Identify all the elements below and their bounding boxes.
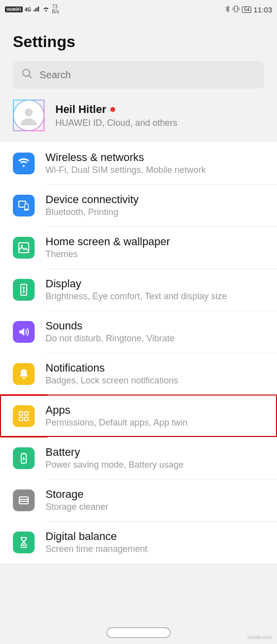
svg-rect-0	[234, 6, 237, 12]
settings-row-display[interactable]: DisplayBrightness, Eye comfort, Text and…	[0, 268, 277, 311]
settings-list: Wireless & networksWi-Fi, Dual SIM setti…	[0, 142, 277, 563]
settings-row-digital-balance[interactable]: Digital balanceScreen time management	[0, 521, 277, 563]
row-title: Storage	[46, 488, 264, 501]
row-subtitle: Bluetooth, Printing	[46, 207, 264, 217]
search-input[interactable]	[40, 69, 255, 81]
settings-row-battery[interactable]: BatteryPower saving mode, Battery usage	[0, 437, 277, 479]
row-title: Sounds	[46, 320, 264, 332]
svg-rect-11	[19, 417, 23, 421]
settings-row-storage[interactable]: StorageStorage cleaner	[0, 479, 277, 521]
settings-row-device-connectivity[interactable]: Device connectivityBluetooth, Printing	[0, 184, 277, 226]
row-text: StorageStorage cleaner	[46, 488, 264, 512]
row-text: BatteryPower saving mode, Battery usage	[46, 446, 264, 470]
status-left: VoWiFi 4G 73 B/s	[5, 4, 59, 14]
settings-row-apps[interactable]: AppsPermissions, Default apps, App twin	[0, 395, 277, 437]
header: Settings	[0, 19, 277, 61]
svg-rect-10	[25, 412, 28, 415]
settings-row-notifications[interactable]: NotificationsBadges, Lock screen notific…	[0, 353, 277, 395]
storage-icon	[13, 489, 35, 511]
row-text: NotificationsBadges, Lock screen notific…	[46, 362, 264, 386]
svg-point-2	[25, 108, 33, 116]
vibrate-icon	[232, 5, 240, 14]
row-subtitle: Power saving mode, Battery usage	[46, 460, 264, 470]
row-text: Home screen & wallpaperThemes	[46, 235, 264, 260]
sound-icon	[13, 321, 35, 343]
account-row[interactable]: Heil Hitler HUAWEI ID, Cloud, and others	[0, 89, 277, 142]
signal-icon	[33, 6, 40, 13]
row-text: Wireless & networksWi-Fi, Dual SIM setti…	[46, 151, 264, 175]
svg-rect-12	[25, 417, 28, 421]
row-text: AppsPermissions, Default apps, App twin	[46, 404, 264, 428]
row-title: Display	[46, 277, 264, 290]
svg-rect-9	[19, 412, 23, 415]
svg-rect-15	[19, 497, 28, 504]
row-title: Notifications	[46, 362, 264, 375]
row-subtitle: Themes	[46, 249, 264, 260]
row-title: Device connectivity	[46, 193, 264, 206]
status-bar: VoWiFi 4G 73 B/s 54 11:03	[0, 0, 277, 19]
account-subtitle: HUAWEI ID, Cloud, and others	[55, 118, 264, 128]
search-bar[interactable]	[13, 61, 264, 89]
row-subtitle: Wi-Fi, Dual SIM settings, Mobile network	[46, 165, 264, 175]
row-text: Digital balanceScreen time management	[46, 530, 264, 554]
hourglass-icon	[13, 532, 35, 553]
settings-row-wireless-networks[interactable]: Wireless & networksWi-Fi, Dual SIM setti…	[0, 142, 277, 184]
bluetooth-icon	[225, 5, 230, 14]
row-title: Wireless & networks	[46, 151, 264, 164]
svg-point-7	[21, 245, 23, 247]
account-name: Heil Hitler	[55, 103, 264, 116]
search-icon	[22, 68, 33, 81]
row-subtitle: Screen time management	[46, 544, 264, 554]
clock: 11:03	[253, 5, 272, 14]
settings-row-sounds[interactable]: SoundsDo not disturb, Ringtone, Vibrate	[0, 311, 277, 353]
vowifi-badge: VoWiFi	[5, 6, 23, 12]
wifi-icon	[13, 153, 35, 174]
row-subtitle: Permissions, Default apps, App twin	[46, 418, 264, 428]
row-subtitle: Brightness, Eye comfort, Text and displa…	[46, 291, 264, 302]
row-text: DisplayBrightness, Eye comfort, Text and…	[46, 277, 264, 302]
row-title: Home screen & wallpaper	[46, 235, 264, 248]
settings-row-home-screen-wallpaper[interactable]: Home screen & wallpaperThemes	[0, 226, 277, 268]
row-title: Battery	[46, 446, 264, 459]
apps-icon	[13, 405, 35, 427]
notification-dot-icon	[110, 107, 115, 112]
network-type: 4G	[25, 7, 31, 12]
battery-indicator: 54	[242, 6, 251, 13]
data-speed: 73 B/s	[52, 4, 59, 14]
page-title: Settings	[13, 33, 264, 51]
wifi-status-icon	[42, 6, 50, 13]
display-icon	[13, 279, 35, 301]
row-subtitle: Storage cleaner	[46, 502, 264, 512]
nav-pill[interactable]	[106, 627, 171, 638]
row-text: SoundsDo not disturb, Ringtone, Vibrate	[46, 320, 264, 344]
row-text: Device connectivityBluetooth, Printing	[46, 193, 264, 217]
account-text: Heil Hitler HUAWEI ID, Cloud, and others	[55, 103, 264, 128]
home-icon	[13, 237, 35, 259]
row-subtitle: Do not disturb, Ringtone, Vibrate	[46, 333, 264, 344]
svg-rect-6	[19, 243, 29, 253]
row-subtitle: Badges, Lock screen notifications	[46, 376, 264, 386]
battery-icon	[13, 447, 35, 469]
bell-icon	[13, 363, 35, 385]
status-right: 54 11:03	[225, 5, 272, 14]
svg-rect-14	[23, 453, 25, 454]
row-title: Digital balance	[46, 530, 264, 543]
watermark: wsxdn.com	[247, 635, 272, 640]
avatar	[13, 100, 45, 131]
svg-rect-5	[25, 204, 28, 209]
row-title: Apps	[46, 404, 264, 417]
device-icon	[13, 195, 35, 216]
